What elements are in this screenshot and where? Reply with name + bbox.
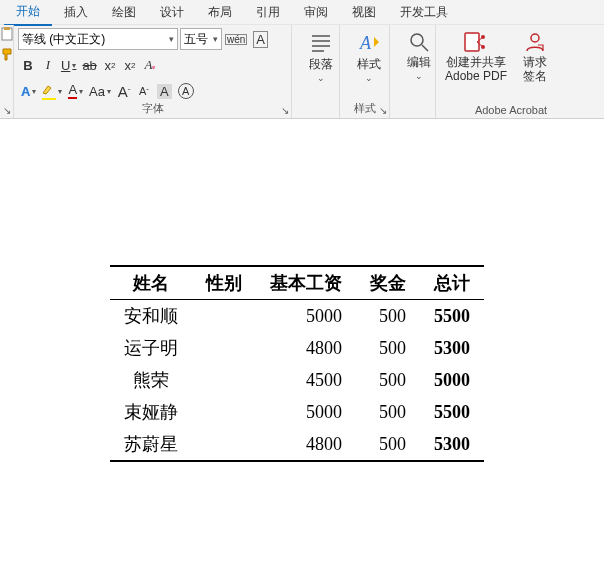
tab-layout[interactable]: 布局 [196,0,244,25]
ribbon-body: ↘ 等线 (中文正文) ▾ 五号 ▾ wén A B I U ab [0,24,604,118]
document-area[interactable]: 姓名 性别 基本工资 奖金 总计 安和顺 5000 500 5500 运子明 4… [0,119,604,574]
salary-table: 姓名 性别 基本工资 奖金 总计 安和顺 5000 500 5500 运子明 4… [110,265,484,462]
styles-label: 样式 [357,57,381,71]
char-border-button[interactable]: A [250,28,271,50]
col-base: 基本工资 [256,266,356,300]
clear-format-button[interactable]: Aᵩ [140,54,160,76]
cell-name: 运子明 [110,332,192,364]
tab-view[interactable]: 视图 [340,0,388,25]
shrink-font-button[interactable]: Aˇ [134,80,154,102]
cell-sex [192,396,256,428]
create-pdf-label2: Adobe PDF [445,69,507,83]
font-name-value: 等线 (中文正文) [22,31,105,48]
paragraph-label: 段落 [309,57,333,71]
paragraph-icon [309,31,333,55]
cell-total: 5500 [420,396,484,428]
sign-icon [524,31,546,53]
editing-group: 编辑 ⌄ [390,25,436,118]
cell-sex [192,332,256,364]
cell-bonus: 500 [356,300,420,333]
table-header-row: 姓名 性别 基本工资 奖金 总计 [110,266,484,300]
styles-group: A 样式 ⌄ 样式 ↘ [340,25,390,118]
cell-name: 安和顺 [110,300,192,333]
styles-icon: A [356,31,382,55]
tab-developer[interactable]: 开发工具 [388,0,460,25]
font-color-button[interactable]: A [65,80,86,102]
cell-total: 5500 [420,300,484,333]
chevron-down-icon: ▾ [169,34,174,44]
superscript-button[interactable]: x2 [120,54,140,76]
table-row: 苏蔚星 4800 500 5300 [110,428,484,461]
font-group-label: 字体 [14,101,291,118]
cell-total: 5300 [420,332,484,364]
editing-label: 编辑 [407,55,431,69]
svg-line-8 [422,45,428,51]
paragraph-group: 段落 ⌄ [292,25,340,118]
font-name-select[interactable]: 等线 (中文正文) ▾ [18,28,178,50]
col-total: 总计 [420,266,484,300]
styles-button[interactable]: A 样式 ⌄ [344,27,394,83]
chevron-down-icon: ⌄ [415,71,423,81]
tab-insert[interactable]: 插入 [52,0,100,25]
phonetic-guide-button[interactable]: wén [222,28,250,50]
clipboard-launcher-icon[interactable]: ↘ [3,105,11,116]
tab-home[interactable]: 开始 [4,0,52,26]
cell-bonus: 500 [356,428,420,461]
paste-icon[interactable] [1,27,13,41]
cell-total: 5000 [420,364,484,396]
char-shading-button[interactable]: A [154,80,175,102]
change-case-button[interactable]: Aa [86,80,114,102]
table-row: 安和顺 5000 500 5500 [110,300,484,333]
strike-button[interactable]: ab [79,54,99,76]
cell-total: 5300 [420,428,484,461]
svg-rect-9 [465,33,479,51]
cell-bonus: 500 [356,364,420,396]
table-row: 束娅静 5000 500 5500 [110,396,484,428]
cell-name: 苏蔚星 [110,428,192,461]
paragraph-button[interactable]: 段落 ⌄ [296,27,346,83]
text-effects-button[interactable]: A [18,80,39,102]
chevron-down-icon: ▾ [213,34,218,44]
highlight-button[interactable] [39,80,65,102]
cell-sex [192,364,256,396]
create-pdf-button[interactable]: 创建并共享 Adobe PDF [440,27,512,83]
sign-label2: 签名 [523,69,547,83]
clipboard-group-partial: ↘ [0,25,14,118]
col-sex: 性别 [192,266,256,300]
ribbon: 开始 插入 绘图 设计 布局 引用 审阅 视图 开发工具 ↘ 等线 (中文正文)… [0,0,604,119]
table-row: 熊荣 4500 500 5000 [110,364,484,396]
pdf-share-icon [463,31,489,53]
format-painter-icon[interactable] [1,47,13,61]
acrobat-group: 创建并共享 Adobe PDF 请求 签名 Adobe Acrobat [436,25,586,118]
enclose-char-button[interactable]: A [175,80,197,102]
underline-button[interactable]: U [58,54,79,76]
italic-button[interactable]: I [38,54,58,76]
cell-base: 4800 [256,332,356,364]
cell-base: 4800 [256,428,356,461]
chevron-down-icon: ⌄ [317,73,325,83]
sign-label1: 请求 [523,55,547,69]
request-sign-button[interactable]: 请求 签名 [512,27,558,83]
svg-rect-1 [4,27,10,30]
subscript-button[interactable]: x2 [100,54,120,76]
tab-references[interactable]: 引用 [244,0,292,25]
grow-font-button[interactable]: Aˆ [114,80,134,102]
svg-point-7 [411,34,423,46]
cell-name: 熊荣 [110,364,192,396]
font-size-select[interactable]: 五号 ▾ [180,28,222,50]
chevron-down-icon: ⌄ [365,73,373,83]
create-pdf-label1: 创建并共享 [446,55,506,69]
styles-launcher-icon[interactable]: ↘ [379,105,387,116]
table-row: 运子明 4800 500 5300 [110,332,484,364]
font-launcher-icon[interactable]: ↘ [281,105,289,116]
cell-sex [192,300,256,333]
tab-draw[interactable]: 绘图 [100,0,148,25]
cell-name: 束娅静 [110,396,192,428]
tab-review[interactable]: 审阅 [292,0,340,25]
tab-design[interactable]: 设计 [148,0,196,25]
bold-button[interactable]: B [18,54,38,76]
table-body: 安和顺 5000 500 5500 运子明 4800 500 5300 熊荣 4… [110,300,484,462]
find-icon [408,31,430,53]
col-name: 姓名 [110,266,192,300]
cell-base: 4500 [256,364,356,396]
